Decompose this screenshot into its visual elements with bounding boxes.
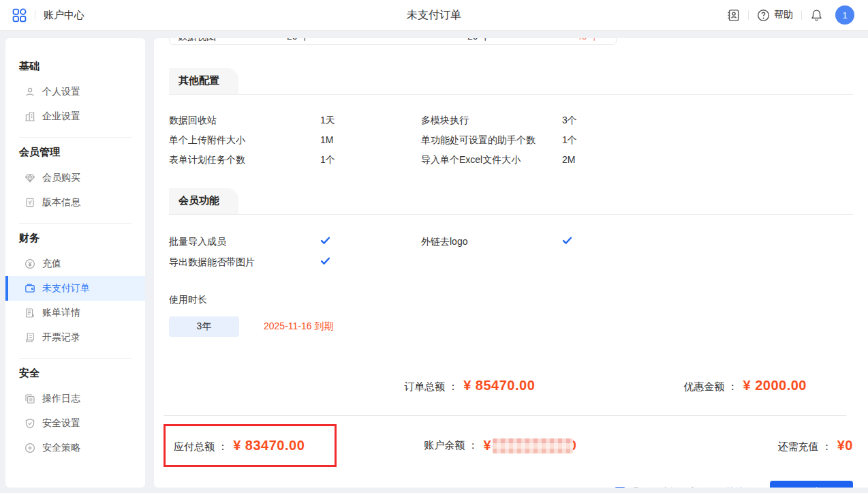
building-icon xyxy=(25,111,35,122)
bill-icon xyxy=(25,308,35,318)
sidebar-item-company-settings[interactable]: 企业设置 xyxy=(5,104,145,129)
totals-divider xyxy=(164,415,846,416)
recharge-label: 还需充值 ： xyxy=(778,440,832,453)
sidebar: 基础 个人设置 企业设置 会员管理 会员购买 版本信息 xyxy=(5,38,145,488)
main-panel: 数据视图 20 个 20 个 40 个 其他配置 数据回收站 1天 多模块执行 … xyxy=(154,38,868,488)
app-title: 账户中心 xyxy=(44,9,84,22)
account-balance: 账户余额 ： ¥ 00 xyxy=(424,438,576,453)
version-icon xyxy=(25,197,35,208)
other-config-tab: 其他配置 xyxy=(169,68,238,94)
sidebar-section-security: 安全 xyxy=(5,367,145,380)
balance-value: ¥ 00 xyxy=(483,438,576,453)
sidebar-divider xyxy=(19,358,131,359)
member-features-tab-bar: 会员功能 xyxy=(169,188,853,215)
order-total-label: 订单总额 ： xyxy=(404,380,458,393)
agreement-checkbox[interactable] xyxy=(615,487,625,488)
sidebar-item-label: 安全设置 xyxy=(42,417,80,430)
config-value: 3个 xyxy=(562,114,853,127)
order-totals-row: 订单总额 ： ¥ 85470.00 优惠金额 ： ¥ 2000.00 xyxy=(169,378,853,393)
check-icon xyxy=(320,256,330,266)
coin-icon xyxy=(25,258,35,269)
payable-label: 应付总额 ： xyxy=(174,440,228,453)
header-right: 帮助 1 xyxy=(727,5,854,25)
sidebar-item-operation-logs[interactable]: 操作日志 xyxy=(5,387,145,411)
feature-enabled xyxy=(562,235,853,249)
purchase-agreement-link[interactable]: 《购买协议》 xyxy=(698,486,755,488)
expiry-date: 2025-11-16 到期 xyxy=(264,320,333,333)
sidebar-item-personal-settings[interactable]: 个人设置 xyxy=(5,80,145,104)
avatar-text: 1 xyxy=(842,10,847,20)
config-value: 2M xyxy=(562,153,853,166)
config-value: 1M xyxy=(320,134,421,147)
usage-duration-row: 3年 2025-11-16 到期 xyxy=(169,316,853,337)
shield-plus-icon xyxy=(25,443,35,453)
sidebar-item-label: 开票记录 xyxy=(42,331,80,344)
invoice-icon xyxy=(25,332,35,343)
payable-row: 应付总额 ： ¥ 83470.00 账户余额 ： ¥ 00 还需充值 ： ¥0 xyxy=(169,424,853,467)
sidebar-item-unpaid-orders[interactable]: 未支付订单 xyxy=(5,276,145,301)
feature-label: 批量导入成员 xyxy=(169,235,320,249)
config-label: 单功能处可设置的助手个数 xyxy=(421,134,562,147)
discount-label: 优惠金额 ： xyxy=(683,380,737,393)
check-icon xyxy=(320,235,330,245)
discount-value: ¥ 2000.00 xyxy=(743,378,807,393)
clipped-row-value-highlight: 40 个 xyxy=(576,38,599,43)
help-label: 帮助 xyxy=(774,9,793,21)
sidebar-item-label: 会员购买 xyxy=(42,172,80,184)
sidebar-item-label: 未支付订单 xyxy=(42,282,90,295)
page-title: 未支付订单 xyxy=(407,8,461,23)
shield-check-icon xyxy=(25,418,35,429)
balance-currency: ¥ xyxy=(483,438,491,453)
feature-label: 导出数据能否带图片 xyxy=(169,256,320,269)
sidebar-item-security-settings[interactable]: 安全设置 xyxy=(5,411,145,436)
config-label: 导入单个Excel文件大小 xyxy=(421,153,562,166)
config-label: 数据回收站 xyxy=(169,114,320,127)
bell-icon[interactable] xyxy=(810,9,823,22)
top-header: 账户中心 未支付订单 帮助 1 xyxy=(0,0,868,31)
sidebar-divider xyxy=(19,223,131,224)
confirm-pay-button[interactable]: 确认支付 xyxy=(770,481,853,488)
sidebar-item-member-purchase[interactable]: 会员购买 xyxy=(5,166,145,190)
contact-book-icon[interactable] xyxy=(727,9,740,22)
log-icon xyxy=(25,393,35,404)
clipped-table: 数据视图 20 个 20 个 40 个 xyxy=(169,38,617,45)
config-label: 单个上传附件大小 xyxy=(169,134,320,147)
sidebar-item-label: 安全策略 xyxy=(42,442,80,454)
config-value: 1个 xyxy=(562,134,853,147)
app-grid-icon[interactable] xyxy=(12,8,27,23)
sidebar-section-basic: 基础 xyxy=(5,60,145,73)
body-row: 基础 个人设置 企业设置 会员管理 会员购买 版本信息 xyxy=(0,31,868,488)
agreement-text: 我已阅读并同意 xyxy=(631,486,698,488)
config-label: 表单计划任务个数 xyxy=(169,153,320,166)
feature-label: 外链去logo xyxy=(421,235,562,249)
sidebar-item-version-info[interactable]: 版本信息 xyxy=(5,190,145,215)
feature-enabled xyxy=(320,235,421,249)
balance-label: 账户余额 ： xyxy=(424,439,478,452)
order-total-value: ¥ 85470.00 xyxy=(463,378,535,393)
header-divider xyxy=(748,10,749,20)
duration-chip[interactable]: 3年 xyxy=(169,316,239,337)
wallet-icon xyxy=(25,283,35,294)
sidebar-item-security-policy[interactable]: 安全策略 xyxy=(5,436,145,460)
member-features-grid: 批量导入成员 外链去logo 导出数据能否带图片 xyxy=(169,235,853,269)
clipped-table-row: 数据视图 20 个 20 个 40 个 xyxy=(169,38,617,45)
sidebar-divider xyxy=(19,137,131,138)
sidebar-item-label: 操作日志 xyxy=(42,393,80,405)
help-icon xyxy=(757,9,770,22)
config-value: 1天 xyxy=(320,114,421,127)
sidebar-item-invoice-records[interactable]: 开票记录 xyxy=(5,325,145,350)
highlight-annotation-box: 应付总额 ： ¥ 83470.00 xyxy=(164,424,337,467)
clipped-row-label: 数据视图 xyxy=(178,38,287,43)
clipped-row-value: 20 个 xyxy=(287,38,467,43)
redaction-mosaic xyxy=(493,438,573,453)
user-icon xyxy=(25,87,35,98)
help-button[interactable]: 帮助 xyxy=(757,9,793,22)
sidebar-item-bill-details[interactable]: 账单详情 xyxy=(5,301,145,325)
feature-enabled xyxy=(320,256,421,269)
sidebar-section-finance: 财务 xyxy=(5,232,145,245)
user-avatar[interactable]: 1 xyxy=(835,5,854,25)
sidebar-item-recharge[interactable]: 充值 xyxy=(5,252,145,276)
check-icon xyxy=(562,235,572,245)
member-features-tab: 会员功能 xyxy=(169,188,238,214)
other-config-grid: 数据回收站 1天 多模块执行 3个 单个上传附件大小 1M 单功能处可设置的助手… xyxy=(169,114,853,166)
